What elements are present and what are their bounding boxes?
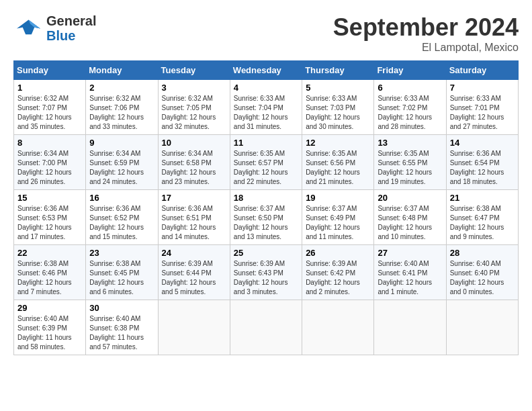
day-number: 28 [450, 248, 515, 258]
calendar-cell: 22 Sunrise: 6:38 AMSunset: 6:46 PMDaylig… [14, 245, 86, 300]
day-info: Sunrise: 6:37 AMSunset: 6:48 PMDaylight:… [378, 205, 432, 240]
title-block: September 2024 El Lampotal, Mexico [333, 13, 519, 54]
day-number: 27 [378, 248, 442, 258]
calendar-cell: 18 Sunrise: 6:37 AMSunset: 6:50 PMDaylig… [230, 190, 302, 245]
calendar-header: SundayMondayTuesdayWednesdayThursdayFrid… [14, 61, 519, 80]
day-number: 5 [306, 83, 370, 93]
day-number: 22 [17, 248, 82, 258]
day-info: Sunrise: 6:33 AMSunset: 7:03 PMDaylight:… [306, 95, 360, 130]
calendar-cell: 29 Sunrise: 6:40 AMSunset: 6:39 PMDaylig… [14, 300, 86, 355]
day-number: 26 [306, 248, 370, 258]
day-info: Sunrise: 6:36 AMSunset: 6:53 PMDaylight:… [17, 205, 72, 240]
calendar-week-0: 1 Sunrise: 6:32 AMSunset: 7:07 PMDayligh… [14, 80, 519, 135]
day-number: 13 [378, 138, 442, 148]
weekday-header-saturday: Saturday [446, 61, 518, 80]
calendar-cell: 14 Sunrise: 6:36 AMSunset: 6:54 PMDaylig… [446, 135, 518, 190]
logo-general-text: General [46, 13, 96, 28]
day-info: Sunrise: 6:35 AMSunset: 6:56 PMDaylight:… [306, 150, 360, 185]
day-info: Sunrise: 6:37 AMSunset: 6:49 PMDaylight:… [306, 205, 360, 240]
day-info: Sunrise: 6:40 AMSunset: 6:40 PMDaylight:… [450, 260, 504, 295]
calendar-table: SundayMondayTuesdayWednesdayThursdayFrid… [13, 60, 519, 355]
day-info: Sunrise: 6:39 AMSunset: 6:43 PMDaylight:… [234, 260, 288, 295]
day-number: 11 [234, 138, 298, 148]
day-number: 15 [17, 193, 82, 203]
calendar-cell: 13 Sunrise: 6:35 AMSunset: 6:55 PMDaylig… [374, 135, 446, 190]
calendar-cell: 27 Sunrise: 6:40 AMSunset: 6:41 PMDaylig… [374, 245, 446, 300]
day-number: 17 [162, 193, 226, 203]
calendar-week-3: 22 Sunrise: 6:38 AMSunset: 6:46 PMDaylig… [14, 245, 519, 300]
calendar-week-1: 8 Sunrise: 6:34 AMSunset: 7:00 PMDayligh… [14, 135, 519, 190]
location-text: El Lampotal, Mexico [333, 42, 519, 54]
logo: General Blue [13, 13, 96, 43]
calendar-cell: 23 Sunrise: 6:38 AMSunset: 6:45 PMDaylig… [86, 245, 158, 300]
day-info: Sunrise: 6:37 AMSunset: 6:50 PMDaylight:… [234, 205, 288, 240]
calendar-cell: 2 Sunrise: 6:32 AMSunset: 7:06 PMDayligh… [86, 80, 158, 135]
day-number: 4 [234, 83, 298, 93]
calendar-cell [230, 300, 302, 355]
day-number: 30 [89, 303, 154, 313]
calendar-cell: 6 Sunrise: 6:33 AMSunset: 7:02 PMDayligh… [374, 80, 446, 135]
calendar-cell: 15 Sunrise: 6:36 AMSunset: 6:53 PMDaylig… [14, 190, 86, 245]
calendar-cell [302, 300, 374, 355]
day-number: 18 [234, 193, 298, 203]
weekday-header-row: SundayMondayTuesdayWednesdayThursdayFrid… [14, 61, 519, 80]
day-info: Sunrise: 6:36 AMSunset: 6:54 PMDaylight:… [450, 150, 504, 185]
day-number: 6 [378, 83, 442, 93]
page-header: General Blue September 2024 El Lampotal,… [13, 13, 519, 54]
day-info: Sunrise: 6:36 AMSunset: 6:51 PMDaylight:… [162, 205, 216, 240]
calendar-cell [158, 300, 230, 355]
day-number: 12 [306, 138, 370, 148]
day-number: 20 [378, 193, 442, 203]
calendar-cell: 7 Sunrise: 6:33 AMSunset: 7:01 PMDayligh… [446, 80, 518, 135]
day-info: Sunrise: 6:32 AMSunset: 7:05 PMDaylight:… [162, 95, 216, 130]
day-number: 16 [89, 193, 154, 203]
calendar-cell: 3 Sunrise: 6:32 AMSunset: 7:05 PMDayligh… [158, 80, 230, 135]
day-info: Sunrise: 6:36 AMSunset: 6:52 PMDaylight:… [89, 205, 144, 240]
calendar-cell: 30 Sunrise: 6:40 AMSunset: 6:38 PMDaylig… [86, 300, 158, 355]
calendar-week-2: 15 Sunrise: 6:36 AMSunset: 6:53 PMDaylig… [14, 190, 519, 245]
calendar-cell [374, 300, 446, 355]
calendar-cell: 16 Sunrise: 6:36 AMSunset: 6:52 PMDaylig… [86, 190, 158, 245]
day-info: Sunrise: 6:39 AMSunset: 6:42 PMDaylight:… [306, 260, 360, 295]
day-info: Sunrise: 6:33 AMSunset: 7:02 PMDaylight:… [378, 95, 432, 130]
day-number: 19 [306, 193, 370, 203]
day-info: Sunrise: 6:33 AMSunset: 7:01 PMDaylight:… [450, 95, 504, 130]
day-info: Sunrise: 6:34 AMSunset: 6:58 PMDaylight:… [162, 150, 216, 185]
day-info: Sunrise: 6:40 AMSunset: 6:39 PMDaylight:… [17, 315, 72, 351]
calendar-week-4: 29 Sunrise: 6:40 AMSunset: 6:39 PMDaylig… [14, 300, 519, 355]
day-number: 21 [450, 193, 515, 203]
weekday-header-sunday: Sunday [14, 61, 86, 80]
day-number: 23 [89, 248, 154, 258]
calendar-cell: 10 Sunrise: 6:34 AMSunset: 6:58 PMDaylig… [158, 135, 230, 190]
day-info: Sunrise: 6:33 AMSunset: 7:04 PMDaylight:… [234, 95, 288, 130]
logo-text: General Blue [46, 13, 96, 43]
calendar-cell: 11 Sunrise: 6:35 AMSunset: 6:57 PMDaylig… [230, 135, 302, 190]
day-number: 9 [89, 138, 154, 148]
day-info: Sunrise: 6:40 AMSunset: 6:41 PMDaylight:… [378, 260, 432, 295]
calendar-cell-1: 1 Sunrise: 6:32 AMSunset: 7:07 PMDayligh… [14, 80, 86, 135]
day-number: 7 [450, 83, 515, 93]
day-number: 10 [162, 138, 226, 148]
day-info: Sunrise: 6:39 AMSunset: 6:44 PMDaylight:… [162, 260, 216, 295]
day-info: Sunrise: 6:35 AMSunset: 6:57 PMDaylight:… [234, 150, 288, 185]
calendar-cell: 5 Sunrise: 6:33 AMSunset: 7:03 PMDayligh… [302, 80, 374, 135]
day-number: 8 [17, 138, 82, 148]
day-number: 24 [162, 248, 226, 258]
calendar-cell: 9 Sunrise: 6:34 AMSunset: 6:59 PMDayligh… [86, 135, 158, 190]
day-info: Sunrise: 6:40 AMSunset: 6:38 PMDaylight:… [89, 315, 144, 351]
day-info: Sunrise: 6:34 AMSunset: 6:59 PMDaylight:… [89, 150, 144, 185]
weekday-header-monday: Monday [86, 61, 158, 80]
day-number: 29 [17, 303, 82, 313]
day-info: Sunrise: 6:32 AMSunset: 7:07 PMDaylight:… [17, 95, 72, 130]
calendar-cell: 8 Sunrise: 6:34 AMSunset: 7:00 PMDayligh… [14, 135, 86, 190]
calendar-cell [446, 300, 518, 355]
day-number: 14 [450, 138, 515, 148]
day-info: Sunrise: 6:38 AMSunset: 6:46 PMDaylight:… [17, 260, 72, 295]
day-info: Sunrise: 6:38 AMSunset: 6:45 PMDaylight:… [89, 260, 144, 295]
calendar-cell: 4 Sunrise: 6:33 AMSunset: 7:04 PMDayligh… [230, 80, 302, 135]
calendar-cell: 26 Sunrise: 6:39 AMSunset: 6:42 PMDaylig… [302, 245, 374, 300]
calendar-cell: 12 Sunrise: 6:35 AMSunset: 6:56 PMDaylig… [302, 135, 374, 190]
calendar-cell: 25 Sunrise: 6:39 AMSunset: 6:43 PMDaylig… [230, 245, 302, 300]
day-number: 2 [89, 83, 154, 93]
weekday-header-thursday: Thursday [302, 61, 374, 80]
